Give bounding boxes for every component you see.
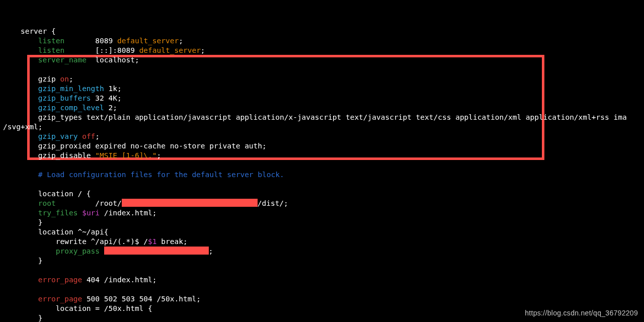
code-line: listen 8089 default_server; xyxy=(3,37,183,45)
code-line: gzip_min_length 1k; xyxy=(3,85,122,93)
code-line: gzip_buffers 32 4K; xyxy=(3,94,122,102)
code-line: error_page 404 /index.html; xyxy=(3,276,157,284)
code-line: error_page 500 502 503 504 /50x.html; xyxy=(3,295,201,303)
code-line: root /root//dist/; xyxy=(3,199,288,207)
watermark-text: https://blog.csdn.net/qq_36792209 xyxy=(525,308,638,318)
code-line: gzip_vary off; xyxy=(3,132,100,140)
redacted-path xyxy=(122,199,258,207)
blank-line xyxy=(3,285,8,293)
code-line: } xyxy=(3,314,43,322)
code-line: gzip_proxied expired no-cache no-store p… xyxy=(3,142,267,150)
code-line: location ^~/api{ xyxy=(3,228,109,236)
nginx-config-code: server { listen 8089 default_server; lis… xyxy=(3,17,627,322)
blank-line xyxy=(3,161,8,169)
code-line: gzip_types text/plain application/javasc… xyxy=(3,113,627,121)
code-line: gzip on; xyxy=(3,75,73,83)
code-line: server_name localhost; xyxy=(3,56,139,64)
code-line: } xyxy=(3,218,43,226)
code-line: /svg+xml; xyxy=(3,123,43,131)
blank-line xyxy=(3,65,8,73)
code-line: location / { xyxy=(3,190,91,198)
code-line: # Load configuration files for the defau… xyxy=(3,171,284,179)
redacted-proxy xyxy=(104,247,209,255)
code-line: rewrite ^/api/(.*)$ /$1 break; xyxy=(3,237,188,246)
code-line: location = /50x.html { xyxy=(3,304,152,312)
blank-line xyxy=(3,180,8,188)
code-line: proxy_pass ; xyxy=(3,247,213,255)
code-line: gzip_disable "MSIE [1-6]\."; xyxy=(3,151,161,159)
blank-line xyxy=(3,266,8,274)
code-line: } xyxy=(3,257,43,265)
code-line: server { xyxy=(3,27,56,35)
code-line: listen [::]:8089 default_server; xyxy=(3,46,205,54)
code-line: gzip_comp_level 2; xyxy=(3,104,117,112)
code-line: try_files $uri /index.html; xyxy=(3,209,157,217)
